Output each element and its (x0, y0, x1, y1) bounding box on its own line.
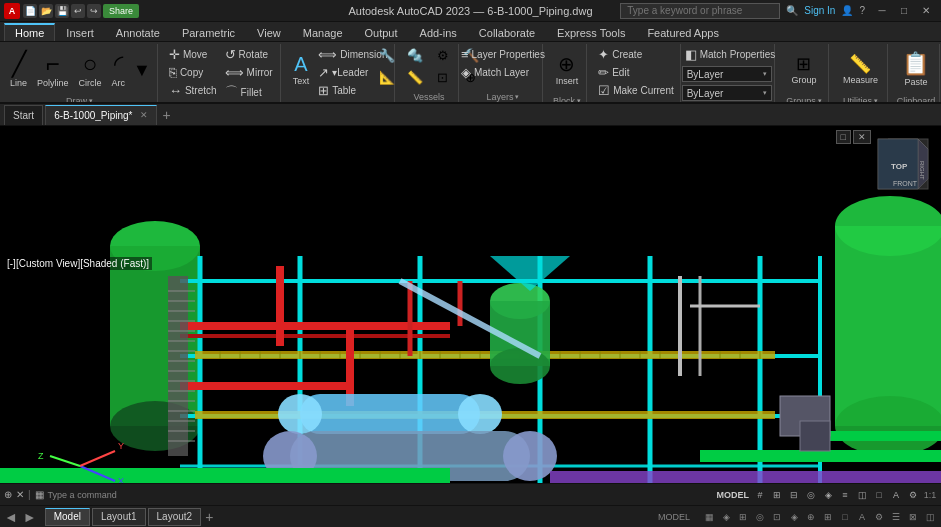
window-controls: ─ □ ✕ (871, 0, 937, 22)
selection-toggle[interactable]: □ (872, 488, 886, 502)
line-button[interactable]: ╱ Line (6, 46, 31, 94)
vp-restore-btn[interactable]: □ (836, 130, 851, 144)
polyline-button[interactable]: ⌐ Polyline (33, 46, 73, 94)
tab-express-tools[interactable]: Express Tools (546, 23, 636, 41)
close-button[interactable]: ✕ (915, 0, 937, 22)
status-ann-icon[interactable]: A (855, 510, 869, 524)
new-layout-button[interactable]: + (203, 509, 215, 525)
search-input[interactable] (620, 3, 780, 19)
status-3dosnap-icon[interactable]: ◈ (787, 510, 801, 524)
status-dyn-icon[interactable]: ⊕ (804, 510, 818, 524)
qat-open[interactable]: 📂 (39, 4, 53, 18)
snap-icon[interactable]: ⊕ (4, 489, 12, 500)
tab-drawing[interactable]: 6-B-1000_Piping* ✕ (45, 105, 156, 125)
minimize-button[interactable]: ─ (871, 0, 893, 22)
status-hw-icon[interactable]: ⊠ (906, 510, 920, 524)
qat-undo[interactable]: ↩ (71, 4, 85, 18)
vessel-icon-6[interactable]: 📏 (402, 68, 428, 87)
match-props-button[interactable]: ◧ Match Properties (682, 46, 779, 63)
workspace-switcher[interactable]: ⚙ (906, 488, 920, 502)
layout-tab-model[interactable]: Model (45, 508, 90, 526)
qat-save[interactable]: 💾 (55, 4, 69, 18)
insert-button[interactable]: ⊕ Insert (552, 46, 583, 94)
copy-button[interactable]: ⎘ Copy (166, 64, 220, 81)
snap-toggle[interactable]: ⊞ (770, 488, 784, 502)
tab-home[interactable]: Home (4, 23, 55, 41)
sign-in-button[interactable]: Sign In (804, 5, 835, 16)
measure-button[interactable]: 📏 Measure (839, 46, 882, 94)
vp-close-btn[interactable]: ✕ (853, 130, 871, 144)
ortho-toggle[interactable]: ⊟ (787, 488, 801, 502)
measure-icon: 📏 (849, 55, 871, 73)
match-layer-button[interactable]: ◈ Match Layer (458, 64, 548, 81)
status-iso-icon[interactable]: ◫ (923, 510, 937, 524)
tab-output[interactable]: Output (354, 23, 409, 41)
qat-share[interactable]: Share (103, 4, 139, 18)
account-icon[interactable]: 👤 (841, 5, 853, 16)
layer-properties-button[interactable]: ≡ Layer Properties (458, 46, 548, 63)
tab-collaborate[interactable]: Collaborate (468, 23, 546, 41)
snap-icon-2[interactable]: ✕ (16, 489, 24, 500)
text-button[interactable]: A Text (289, 46, 314, 94)
circle-button[interactable]: ○ Circle (75, 46, 106, 94)
tab-annotate[interactable]: Annotate (105, 23, 171, 41)
vessel-icon-1[interactable]: 🔧 (374, 46, 400, 65)
svg-text:Z: Z (38, 451, 44, 461)
navigation-cube[interactable]: TOP RIGHT FRONT (873, 134, 933, 194)
tab-close-button[interactable]: ✕ (140, 110, 148, 120)
mirror-button[interactable]: ⟺ Mirror (222, 64, 276, 81)
status-ws-icon[interactable]: ⚙ (872, 510, 886, 524)
vessel-icon-5[interactable]: 📐 (374, 68, 400, 87)
edit-button[interactable]: ✏ Edit (595, 64, 677, 81)
tab-insert[interactable]: Insert (55, 23, 105, 41)
annotation-toggle[interactable]: A (889, 488, 903, 502)
lineweight-toggle[interactable]: ≡ (838, 488, 852, 502)
tab-view[interactable]: View (246, 23, 292, 41)
make-current-button[interactable]: ☑ Make Current (595, 82, 677, 99)
tab-manage[interactable]: Manage (292, 23, 354, 41)
transparency-toggle[interactable]: ◫ (855, 488, 869, 502)
layout-tab-layout2[interactable]: Layout2 (148, 508, 202, 526)
grid-icon[interactable]: ▦ (35, 489, 44, 500)
status-ui-icon[interactable]: ☰ (889, 510, 903, 524)
maximize-button[interactable]: □ (893, 0, 915, 22)
tab-parametric[interactable]: Parametric (171, 23, 246, 41)
status-osnap-icon[interactable]: ⊡ (770, 510, 784, 524)
group-button[interactable]: ⊞ Group (787, 46, 820, 94)
tab-addins[interactable]: Add-ins (409, 23, 468, 41)
rotate-button[interactable]: ↺ Rotate (222, 46, 276, 63)
help-icon[interactable]: ? (859, 5, 865, 16)
osnap-toggle[interactable]: ◈ (821, 488, 835, 502)
fillet-button[interactable]: ⌒ Fillet (222, 82, 276, 102)
polar-toggle[interactable]: ◎ (804, 488, 818, 502)
vessel-icon-2[interactable]: 🔩 (402, 46, 428, 65)
paste-button[interactable]: 📋 Paste (898, 46, 933, 94)
status-dw-icon[interactable]: ⊞ (821, 510, 835, 524)
stretch-button[interactable]: ↔ Stretch (166, 82, 220, 99)
qat-new[interactable]: 📄 (23, 4, 37, 18)
grid-toggle[interactable]: # (753, 488, 767, 502)
draw-more-button[interactable]: ▼ (131, 46, 153, 94)
vessel-icon-3[interactable]: ⚙ (430, 46, 456, 65)
tab-featured-apps[interactable]: Featured Apps (636, 23, 730, 41)
viewport-nav-left[interactable]: ◄ (4, 509, 18, 525)
status-polar-icon[interactable]: ◎ (753, 510, 767, 524)
tab-start[interactable]: Start (4, 105, 43, 125)
bylayer-dropdown-1[interactable]: ByLayer▾ (682, 66, 772, 82)
new-tab-button[interactable]: + (159, 107, 175, 123)
vessel-icon-7[interactable]: ⊡ (430, 68, 456, 87)
layout-tab-layout1[interactable]: Layout1 (92, 508, 146, 526)
create-button[interactable]: ✦ Create (595, 46, 677, 63)
status-ortho-icon[interactable]: ⊞ (736, 510, 750, 524)
qat-redo[interactable]: ↪ (87, 4, 101, 18)
bylayer-dropdown-2[interactable]: ByLayer▾ (682, 85, 772, 101)
status-grid-icon[interactable]: ▦ (702, 510, 716, 524)
3d-scene[interactable]: X Y Z (0, 126, 941, 493)
viewport-nav-right[interactable]: ► (23, 509, 37, 525)
move-button[interactable]: ✛ Move (166, 46, 220, 63)
status-sel-icon[interactable]: □ (838, 510, 852, 524)
main-viewport[interactable]: [-][Custom View][Shaded (Fast)] (0, 126, 941, 493)
layout-tab-bar: ◄ ► Model Layout1 Layout2 + MODEL ▦ ◈ ⊞ … (0, 505, 941, 527)
status-snap-icon[interactable]: ◈ (719, 510, 733, 524)
arc-button[interactable]: ◜ Arc (108, 46, 130, 94)
